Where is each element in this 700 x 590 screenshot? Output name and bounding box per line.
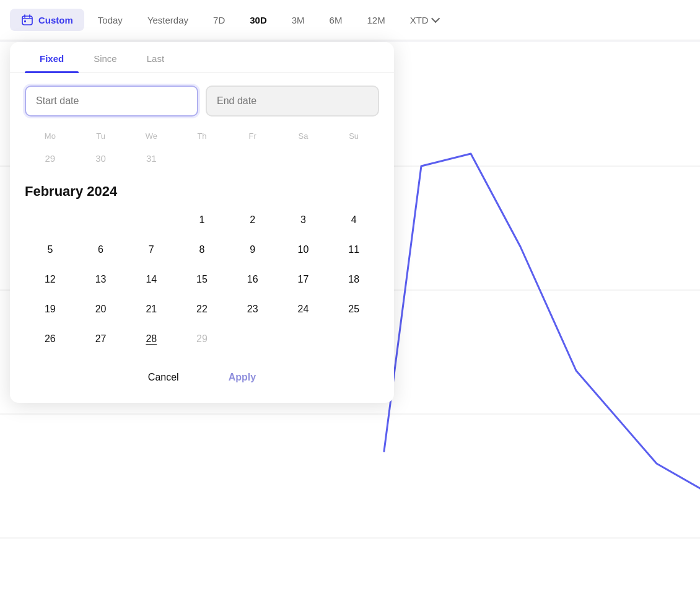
cal-day-15[interactable]: 15 [189, 266, 215, 293]
cal-day-9[interactable]: 9 [240, 237, 266, 263]
cal-day-25[interactable]: 25 [341, 296, 367, 322]
tab-since[interactable]: Since [79, 42, 132, 73]
cal-day-21[interactable]: 21 [138, 296, 164, 322]
cal-day-1[interactable]: 1 [189, 207, 215, 233]
today-button[interactable]: Today [87, 10, 134, 30]
cal-day-4[interactable]: 4 [341, 207, 367, 233]
cal-day-29-muted[interactable]: 29 [189, 326, 215, 352]
yesterday-button[interactable]: Yesterday [136, 10, 199, 30]
30d-button[interactable]: 30D [238, 10, 278, 30]
start-date-input[interactable] [25, 86, 198, 117]
cal-day-20[interactable]: 20 [88, 296, 114, 322]
chevron-down-icon [431, 14, 440, 23]
apply-button[interactable]: Apply [219, 367, 266, 388]
prev-month-row: 29 30 31 [25, 148, 379, 169]
cal-day-27[interactable]: 27 [88, 326, 114, 352]
tab-row: Fixed Since Last [10, 42, 394, 73]
cal-day-13[interactable]: 13 [88, 266, 114, 293]
cal-day-2[interactable]: 2 [240, 207, 266, 233]
cal-day-6[interactable]: 6 [88, 237, 114, 263]
weekday-we: We [126, 126, 177, 146]
cal-day-16[interactable]: 16 [240, 266, 266, 293]
cal-day-28[interactable]: 28 [138, 326, 164, 352]
calendar-icon [21, 14, 33, 26]
cal-day-18[interactable]: 18 [341, 266, 367, 293]
cal-day-12[interactable]: 12 [37, 266, 63, 293]
cal-day-19[interactable]: 19 [37, 296, 63, 322]
cal-day-26[interactable]: 26 [37, 326, 63, 352]
cal-day-8[interactable]: 8 [189, 237, 215, 263]
prev-day-30: 30 [76, 148, 126, 169]
custom-button[interactable]: Custom [10, 9, 84, 31]
cal-day-24[interactable]: 24 [290, 296, 316, 322]
tab-fixed[interactable]: Fixed [25, 42, 79, 73]
cal-day-10[interactable]: 10 [290, 237, 316, 263]
calendar-grid: 1 2 3 4 5 6 7 8 9 10 11 12 13 14 15 16 1… [25, 207, 379, 352]
cal-day-3[interactable]: 3 [290, 207, 316, 233]
cal-day-7[interactable]: 7 [138, 237, 164, 263]
prev-day-29: 29 [25, 148, 76, 169]
cal-day-11[interactable]: 11 [341, 237, 367, 263]
dropdown-panel: Fixed Since Last Mo Tu We Th Fr Sa Su 29… [10, 42, 394, 403]
6m-button[interactable]: 6M [318, 10, 354, 30]
weekday-sa: Sa [278, 126, 329, 146]
cal-day-23[interactable]: 23 [240, 296, 266, 322]
date-inputs [10, 73, 394, 121]
weekday-fr: Fr [227, 126, 278, 146]
svg-rect-1 [24, 20, 26, 22]
svg-rect-0 [22, 16, 32, 25]
weekday-su: Su [328, 126, 379, 146]
tab-last[interactable]: Last [132, 42, 179, 73]
7d-button[interactable]: 7D [202, 10, 236, 30]
end-date-input[interactable] [206, 86, 379, 117]
month-title: February 2024 [25, 178, 379, 207]
12m-button[interactable]: 12M [356, 10, 396, 30]
cal-day-5[interactable]: 5 [37, 237, 63, 263]
3m-button[interactable]: 3M [281, 10, 316, 30]
prev-day-31: 31 [126, 148, 177, 169]
weekday-mo: Mo [25, 126, 76, 146]
weekday-th: Th [177, 126, 227, 146]
cal-day-17[interactable]: 17 [290, 266, 316, 293]
weekday-headers: Mo Tu We Th Fr Sa Su [25, 126, 379, 146]
cal-day-22[interactable]: 22 [189, 296, 215, 322]
footer-buttons: Cancel Apply [10, 352, 394, 390]
toolbar: Custom Today Yesterday 7D 30D 3M 6M 12M … [0, 0, 700, 40]
xtd-button[interactable]: XTD [399, 10, 448, 30]
cal-day-14[interactable]: 14 [138, 266, 164, 293]
calendar: Mo Tu We Th Fr Sa Su 29 30 31 February 2… [10, 121, 394, 352]
weekday-tu: Tu [76, 126, 126, 146]
cancel-button[interactable]: Cancel [138, 367, 189, 388]
